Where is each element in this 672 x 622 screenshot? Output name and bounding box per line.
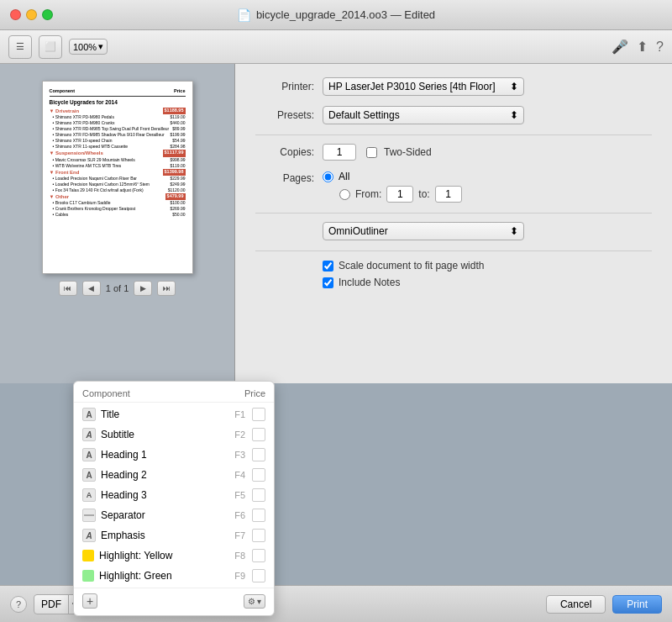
copies-row: Copies: Two-Sided: [255, 144, 652, 161]
heading2-shortcut: F4: [234, 470, 245, 480]
highlight-yellow-icon: [82, 550, 94, 561]
copies-label: Copies:: [255, 146, 314, 158]
preview-panel: Component Price Bicycle Upgrades for 201…: [0, 64, 235, 383]
first-page-btn[interactable]: ⏮: [59, 281, 77, 296]
divider-3: [255, 250, 652, 251]
pages-section: All From: to:: [323, 171, 462, 203]
pages-to-label: to:: [418, 188, 429, 200]
toolbar-right: 🎤 ⬆ ?: [612, 39, 664, 55]
cancel-button[interactable]: Cancel: [546, 595, 606, 614]
preview-nav: ⏮ ◀ 1 of 1 ▶ ⏭: [59, 281, 176, 296]
last-page-btn[interactable]: ⏭: [157, 281, 176, 296]
heading2-style-icon: A: [82, 468, 96, 482]
heading3-style-icon: A: [82, 488, 96, 502]
highlight-green-label: Highlight: Green: [99, 570, 172, 582]
subtitle-style-icon: A: [82, 428, 96, 441]
emphasis-label: Emphasis: [101, 530, 145, 541]
style-item-highlight-green[interactable]: Highlight: Green F9: [74, 566, 274, 586]
title-shortcut: F1: [234, 409, 245, 419]
title-icon: 📄: [237, 8, 251, 22]
omni-value: OmniOutliner: [328, 225, 388, 237]
heading2-checkbox[interactable]: [252, 468, 265, 482]
heading3-checkbox[interactable]: [252, 488, 265, 502]
toolbar-sidebar-btn[interactable]: ☰: [8, 35, 32, 59]
style-item-highlight-yellow[interactable]: Highlight: Yellow F8: [74, 546, 274, 566]
presets-select[interactable]: Default Settings ⬍: [323, 106, 524, 124]
printer-value: HP LaserJet P3010 Series [4th Floor]: [328, 81, 496, 92]
separator-shortcut: F6: [234, 510, 245, 520]
microphone-icon[interactable]: 🎤: [612, 39, 628, 55]
style-item-heading3[interactable]: A Heading 3 F5: [74, 485, 274, 505]
maximize-button[interactable]: [42, 9, 53, 20]
help-icon[interactable]: ?: [656, 40, 664, 55]
close-button[interactable]: [10, 9, 21, 20]
subtitle-label: Subtitle: [101, 429, 134, 440]
style-item-heading1[interactable]: A Heading 1 F3: [74, 445, 274, 465]
heading1-checkbox[interactable]: [252, 448, 265, 461]
title-checkbox[interactable]: [252, 408, 265, 421]
heading3-label: Heading 3: [101, 489, 147, 501]
copies-input[interactable]: [323, 144, 356, 161]
print-label: Print: [627, 598, 648, 610]
toolbar-share-btn[interactable]: ⬜: [39, 35, 62, 59]
style-item-separator[interactable]: Separator F6: [74, 505, 274, 525]
prev-page-btn[interactable]: ◀: [82, 281, 101, 296]
presets-chevron-icon: ⬍: [510, 109, 518, 121]
two-sided-checkbox[interactable]: [366, 147, 377, 158]
subtitle-checkbox[interactable]: [252, 428, 265, 441]
pages-label: Pages:: [255, 172, 314, 184]
next-page-btn[interactable]: ▶: [134, 281, 152, 296]
presets-label: Presets:: [255, 109, 314, 121]
heading3-shortcut: F5: [234, 490, 245, 500]
omni-row: OmniOutliner ⬍: [255, 222, 652, 240]
omni-select[interactable]: OmniOutliner ⬍: [323, 222, 524, 240]
divider-1: [255, 134, 652, 135]
emphasis-checkbox[interactable]: [252, 529, 265, 542]
style-item-subtitle[interactable]: A Subtitle F2: [74, 424, 274, 445]
highlight-yellow-checkbox[interactable]: [252, 549, 265, 562]
gear-menu-button[interactable]: ⚙ ▾: [244, 594, 265, 609]
print-button[interactable]: Print: [612, 595, 662, 614]
notes-row: Include Notes: [323, 277, 652, 288]
notes-checkbox[interactable]: [323, 277, 333, 288]
emphasis-shortcut: F7: [234, 530, 245, 540]
window-controls[interactable]: [10, 9, 53, 20]
pages-range-row: From: to:: [323, 186, 462, 203]
help-button[interactable]: ?: [10, 596, 27, 613]
style-dropdown: Component Price A Title F1 A Subtitle F2: [73, 381, 275, 616]
heading1-shortcut: F3: [234, 450, 245, 460]
two-sided-label: Two-Sided: [384, 146, 432, 158]
pages-range-radio[interactable]: [339, 189, 350, 200]
separator-checkbox[interactable]: [252, 509, 265, 522]
printer-chevron-icon: ⬍: [510, 81, 518, 92]
dropdown-col1: Component: [82, 388, 130, 398]
highlight-green-icon: [82, 570, 94, 582]
printer-select[interactable]: HP LaserJet P3010 Series [4th Floor] ⬍: [323, 77, 524, 96]
share-icon[interactable]: ⬆: [637, 39, 648, 55]
title-label: Title: [101, 409, 119, 420]
pages-from-input[interactable]: [386, 186, 413, 203]
pages-all-row: All: [323, 171, 462, 182]
presets-row: Presets: Default Settings ⬍: [255, 106, 652, 124]
minimize-button[interactable]: [26, 9, 37, 20]
page-indicator: 1 of 1: [106, 283, 129, 293]
scale-row: Scale document to fit page width: [323, 260, 652, 271]
zoom-value: 100%: [73, 42, 97, 52]
add-style-button[interactable]: +: [82, 593, 97, 609]
printer-row: Printer: HP LaserJet P3010 Series [4th F…: [255, 77, 652, 96]
preview-page: Component Price Bicycle Upgrades for 201…: [42, 81, 193, 274]
help-label: ?: [16, 599, 21, 609]
separator-label: Separator: [101, 509, 145, 521]
pdf-label: PDF: [34, 595, 69, 614]
heading1-label: Heading 1: [101, 449, 147, 461]
style-item-heading2[interactable]: A Heading 2 F4: [74, 465, 274, 485]
pages-all-radio[interactable]: [323, 171, 333, 182]
pages-to-input[interactable]: [435, 186, 462, 203]
highlight-green-checkbox[interactable]: [252, 569, 265, 582]
style-item-title[interactable]: A Title F1: [74, 404, 274, 424]
omni-chevron-icon: ⬍: [510, 225, 518, 237]
zoom-control[interactable]: 100% ▾: [69, 39, 108, 55]
scale-checkbox[interactable]: [323, 261, 333, 271]
style-item-emphasis[interactable]: A Emphasis F7: [74, 525, 274, 546]
printer-label: Printer:: [255, 81, 314, 92]
